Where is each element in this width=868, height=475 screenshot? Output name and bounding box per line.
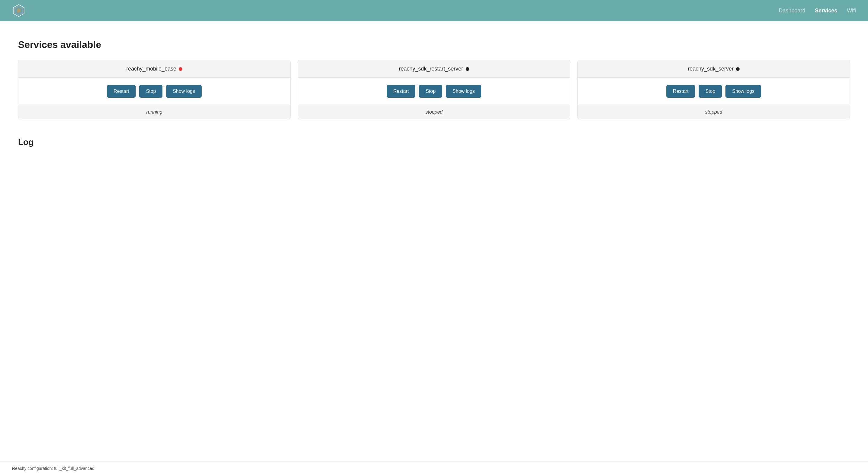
service-status-text-3: stopped xyxy=(578,105,849,119)
service-card-reachy-sdk-restart-server: reachy_sdk_restart_server Restart Stop S… xyxy=(298,60,570,119)
app-logo xyxy=(12,4,25,17)
stop-button-1[interactable]: Stop xyxy=(139,85,162,98)
service-header-3: reachy_sdk_server xyxy=(578,60,849,78)
footer: Reachy configuration: full_kit_full_adva… xyxy=(0,462,868,475)
main-nav: Dashboard Services Wifi xyxy=(779,7,856,14)
service-status-text-1: running xyxy=(19,105,290,119)
service-actions-2: Restart Stop Show logs xyxy=(298,78,570,105)
log-section-title: Log xyxy=(18,137,850,147)
service-status-dot-3 xyxy=(736,67,740,71)
show-logs-button-1[interactable]: Show logs xyxy=(166,85,202,98)
service-status-dot-1 xyxy=(179,67,182,71)
svg-marker-4 xyxy=(15,7,22,15)
app-header: Dashboard Services Wifi xyxy=(0,0,868,21)
service-name-2: reachy_sdk_restart_server xyxy=(399,66,463,72)
stop-button-2[interactable]: Stop xyxy=(419,85,442,98)
stop-button-3[interactable]: Stop xyxy=(699,85,722,98)
nav-services[interactable]: Services xyxy=(815,7,837,14)
nav-wifi[interactable]: Wifi xyxy=(847,7,856,14)
service-actions-1: Restart Stop Show logs xyxy=(19,78,290,105)
config-text: Reachy configuration: full_kit_full_adva… xyxy=(12,466,94,471)
service-actions-3: Restart Stop Show logs xyxy=(578,78,849,105)
service-name-1: reachy_mobile_base xyxy=(126,66,176,72)
nav-dashboard[interactable]: Dashboard xyxy=(779,7,805,14)
service-status-dot-2 xyxy=(466,67,469,71)
page-title: Services available xyxy=(18,39,850,50)
restart-button-1[interactable]: Restart xyxy=(107,85,136,98)
restart-button-3[interactable]: Restart xyxy=(666,85,695,98)
service-status-text-2: stopped xyxy=(298,105,570,119)
service-header-2: reachy_sdk_restart_server xyxy=(298,60,570,78)
main-content: Services available reachy_mobile_base Re… xyxy=(0,21,868,462)
services-grid: reachy_mobile_base Restart Stop Show log… xyxy=(18,60,850,119)
service-name-3: reachy_sdk_server xyxy=(688,66,734,72)
show-logs-button-2[interactable]: Show logs xyxy=(446,85,481,98)
service-card-reachy-sdk-server: reachy_sdk_server Restart Stop Show logs… xyxy=(578,60,850,119)
restart-button-2[interactable]: Restart xyxy=(387,85,415,98)
show-logs-button-3[interactable]: Show logs xyxy=(725,85,761,98)
service-card-reachy-mobile-base: reachy_mobile_base Restart Stop Show log… xyxy=(18,60,290,119)
service-header-1: reachy_mobile_base xyxy=(19,60,290,78)
